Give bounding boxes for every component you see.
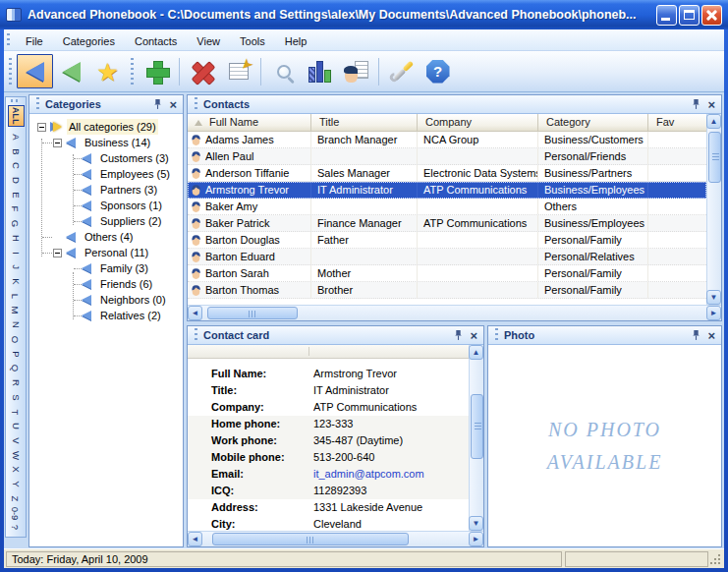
- contact-row[interactable]: Barton Thomas Brother Personal/Family: [188, 282, 706, 299]
- scroll-down-button[interactable]: ▼: [469, 516, 483, 531]
- pin-icon[interactable]: [152, 98, 163, 110]
- contact-row[interactable]: Armstrong Trevor IT Administrator ATP Co…: [188, 182, 706, 199]
- statistics-button[interactable]: [302, 54, 338, 88]
- close-button[interactable]: [701, 5, 722, 26]
- alphabet-letter-button[interactable]: J: [6, 259, 26, 274]
- tree-expander-icon[interactable]: [53, 249, 62, 257]
- scroll-down-button[interactable]: ▼: [706, 290, 721, 305]
- alphabet-letter-button[interactable]: N: [6, 317, 26, 332]
- add-contact-button[interactable]: [139, 54, 175, 88]
- scroll-right-button[interactable]: ►: [469, 532, 483, 546]
- tree-item[interactable]: All categories (29): [29, 119, 183, 135]
- scroll-thumb[interactable]: [212, 533, 409, 545]
- alphabet-letter-button[interactable]: E: [6, 188, 26, 202]
- tree-item[interactable]: Partners (3): [29, 182, 183, 198]
- contact-details-button[interactable]: [338, 54, 374, 88]
- tree-item[interactable]: Relatives (2): [29, 308, 183, 323]
- delete-contact-button[interactable]: [184, 54, 220, 88]
- tree-item[interactable]: Suppliers (2): [29, 213, 183, 229]
- alphabet-letter-button[interactable]: I: [6, 246, 26, 260]
- contact-row[interactable]: Adams James Branch Manager NCA Group Bus…: [188, 132, 706, 148]
- scroll-thumb[interactable]: [708, 132, 721, 183]
- pin-icon[interactable]: [691, 98, 701, 110]
- toolbar-grip[interactable]: [9, 58, 12, 86]
- tree-item[interactable]: Friends (6): [29, 276, 183, 292]
- column-title[interactable]: Title: [311, 114, 418, 131]
- menu-item[interactable]: View: [187, 33, 230, 49]
- tree-item[interactable]: Family (3): [29, 260, 183, 276]
- alphabet-letter-button[interactable]: U: [6, 419, 26, 433]
- alphabet-letter-button[interactable]: L: [6, 289, 26, 304]
- settings-button[interactable]: [383, 54, 420, 88]
- column-category[interactable]: Category: [538, 114, 648, 131]
- contacts-horizontal-scrollbar[interactable]: ◄ ►: [188, 305, 721, 320]
- panel-close-icon[interactable]: ×: [707, 330, 715, 341]
- panel-grip[interactable]: [195, 328, 197, 342]
- alphabet-letter-button[interactable]: R: [6, 375, 26, 390]
- help-button[interactable]: ?: [420, 54, 456, 88]
- card-vertical-scrollbar[interactable]: ▲ ▼: [469, 345, 483, 531]
- favorites-button[interactable]: ★: [89, 54, 126, 88]
- alphabet-letter-button[interactable]: B: [6, 144, 26, 159]
- panel-grip[interactable]: [36, 97, 39, 111]
- contact-row[interactable]: Baker Amy Others: [188, 199, 706, 215]
- menu-item[interactable]: Help: [275, 33, 317, 49]
- alphabet-letter-button[interactable]: S: [6, 390, 26, 405]
- alphabet-all-button[interactable]: ALL: [8, 105, 25, 127]
- tree-item[interactable]: Others (4): [29, 229, 183, 245]
- tree-item[interactable]: Neighbors (0): [29, 292, 183, 308]
- contact-row[interactable]: Anderson Tiffanie Sales Manager Electron…: [188, 165, 706, 182]
- contact-row[interactable]: Allen Paul Personal/Friends: [188, 148, 706, 165]
- tree-item[interactable]: Personal (11): [29, 245, 183, 260]
- contact-row[interactable]: Barton Sarah Mother Personal/Family: [188, 265, 706, 282]
- panel-grip[interactable]: [495, 328, 498, 342]
- tree-expander-icon[interactable]: [37, 123, 46, 132]
- alphabet-letter-button[interactable]: V: [6, 433, 26, 448]
- contact-row[interactable]: Baker Patrick Finance Manager ATP Commun…: [188, 215, 706, 232]
- panel-close-icon[interactable]: ×: [470, 330, 477, 341]
- column-fav[interactable]: Fav: [648, 114, 706, 131]
- panel-close-icon[interactable]: ×: [169, 99, 177, 110]
- alphabet-letter-button[interactable]: W: [6, 448, 26, 463]
- scroll-right-button[interactable]: ►: [706, 306, 721, 320]
- alphabet-letter-button[interactable]: X: [6, 463, 26, 478]
- tree-item[interactable]: Sponsors (1): [29, 198, 183, 213]
- alphabet-letter-button[interactable]: A: [6, 130, 26, 144]
- pin-icon[interactable]: [691, 329, 701, 341]
- edit-contact-button[interactable]: ➤: [220, 54, 256, 88]
- alphabet-letter-button[interactable]: C: [6, 158, 26, 173]
- menu-item[interactable]: Tools: [230, 33, 275, 49]
- scroll-left-button[interactable]: ◄: [188, 532, 202, 546]
- minimize-button[interactable]: [656, 5, 677, 26]
- alphabet-letter-button[interactable]: D: [6, 173, 26, 188]
- column-full-name[interactable]: Full Name: [188, 114, 311, 131]
- alphabet-letter-button[interactable]: H: [6, 231, 26, 246]
- contacts-vertical-scrollbar[interactable]: ▲ ▼: [706, 114, 721, 305]
- alphabet-letter-button[interactable]: G: [6, 216, 26, 231]
- alphabet-letter-button[interactable]: ?: [6, 520, 26, 535]
- search-button[interactable]: [265, 54, 302, 88]
- toolbar-grip[interactable]: [131, 58, 134, 86]
- alphabet-letter-button[interactable]: F: [6, 202, 26, 217]
- maximize-button[interactable]: [679, 5, 700, 26]
- alphabet-letter-button[interactable]: Z: [6, 491, 26, 506]
- menu-item[interactable]: File: [16, 33, 53, 49]
- menu-item[interactable]: Categories: [53, 33, 125, 49]
- tree-item[interactable]: Business (14): [29, 135, 183, 150]
- column-company[interactable]: Company: [418, 114, 538, 131]
- alphabet-grip[interactable]: [11, 99, 21, 102]
- contact-row[interactable]: Barton Douglas Father Personal/Family: [188, 232, 706, 249]
- alphabet-letter-button[interactable]: P: [6, 347, 26, 362]
- scroll-up-button[interactable]: ▲: [469, 345, 483, 360]
- menu-item[interactable]: Contacts: [125, 33, 187, 49]
- alphabet-letter-button[interactable]: O: [6, 332, 26, 347]
- card-horizontal-scrollbar[interactable]: ◄ ►: [188, 531, 483, 546]
- scroll-up-button[interactable]: ▲: [706, 114, 721, 129]
- alphabet-letter-button[interactable]: Y: [6, 477, 26, 491]
- forward-button[interactable]: [53, 54, 89, 88]
- alphabet-letter-button[interactable]: Q: [6, 362, 26, 376]
- scroll-thumb[interactable]: [207, 307, 298, 319]
- panel-close-icon[interactable]: ×: [707, 99, 715, 110]
- alphabet-letter-button[interactable]: T: [6, 405, 26, 420]
- contact-row[interactable]: Barton Eduard Personal/Relatives: [188, 249, 706, 265]
